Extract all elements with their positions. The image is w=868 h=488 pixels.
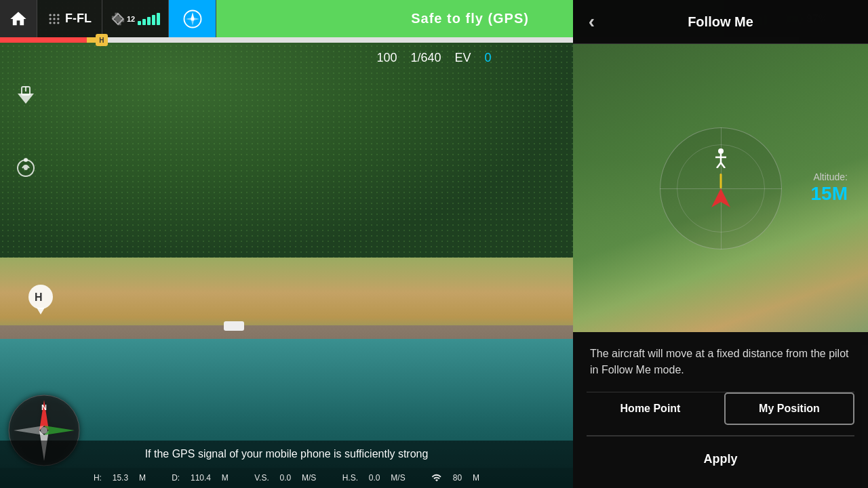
height-label: H: <box>94 473 102 483</box>
svg-point-2 <box>57 14 59 16</box>
home-progress-marker: H <box>96 34 108 46</box>
vs-value: 0.0 <box>280 473 292 483</box>
svg-point-35 <box>24 158 28 162</box>
altitude-info: Altitude: 15M <box>811 171 848 205</box>
app: F-FL 12 <box>0 0 868 488</box>
my-position-label: My Position <box>759 403 820 415</box>
svg-marker-52 <box>711 188 730 207</box>
radar-person-icon <box>714 148 728 172</box>
vs-label: V.S. <box>254 473 269 483</box>
back-button[interactable]: ‹ <box>573 0 610 44</box>
hs-value: 0.0 <box>369 473 380 483</box>
hs-label: H.S. <box>342 473 358 483</box>
svg-text:H: H <box>35 291 43 303</box>
map-home-marker[interactable]: H <box>28 285 53 317</box>
ev-value: 0 <box>485 51 492 65</box>
download-waypoint-icon <box>12 83 39 110</box>
subtitle-bar: If the GPS signal of your mobile phone i… <box>0 441 573 468</box>
waypoint-download-button[interactable] <box>10 81 41 112</box>
ev-label: EV <box>455 51 471 65</box>
description-text: The aircraft will move at a fixed distan… <box>590 348 849 375</box>
mode-label: F-FL <box>65 12 92 26</box>
distance-label: D: <box>172 473 180 483</box>
gps-signal-bars <box>138 13 160 25</box>
subtitle-text: If the GPS signal of your mobile phone i… <box>145 448 429 460</box>
signal-distance-value: 80 <box>453 473 462 483</box>
safe-to-fly-label: Safe to fly (GPS) <box>411 11 529 26</box>
home-point-label: Home Point <box>620 403 681 415</box>
panel-apply-section: Apply <box>573 436 868 488</box>
altitude-label: Altitude: <box>811 171 848 182</box>
camera-view <box>0 0 573 488</box>
shutter-value: 1/640 <box>410 51 441 65</box>
signal-bar-1 <box>138 21 141 25</box>
home-map-icon: H <box>28 285 53 314</box>
car-on-road <box>224 321 244 331</box>
svg-point-5 <box>57 18 59 20</box>
panel-title: Follow Me <box>610 14 868 30</box>
hs-unit: M/S <box>391 473 405 483</box>
signal-distance-unit: M <box>473 473 479 483</box>
svg-marker-39 <box>37 308 45 314</box>
grid-icon <box>47 12 61 26</box>
vs-unit: M/S <box>302 473 316 483</box>
orbit-icon <box>12 155 39 182</box>
radar-overlay <box>660 127 782 249</box>
camera-settings-overlay: 100 1/640 EV 0 <box>376 51 491 65</box>
height-value: 15.3 <box>113 473 128 483</box>
telemetry-bar: H: 15.3 M D: 110.4 M V.S. 0.0 M/S H.S. 0… <box>0 468 573 488</box>
apply-label: Apply <box>703 452 737 466</box>
north-line <box>719 174 722 188</box>
panel-header: ‹ Follow Me <box>573 0 868 44</box>
signal-bar-3 <box>147 17 151 25</box>
distance-unit: M <box>222 473 229 483</box>
gps-count: 12 <box>127 15 135 23</box>
svg-point-4 <box>53 18 55 20</box>
compass-icon <box>182 9 203 29</box>
panel-action-buttons: Home Point My Position <box>573 392 868 435</box>
svg-point-0 <box>50 14 52 16</box>
panel-description: The aircraft will move at a fixed distan… <box>573 332 868 392</box>
svg-point-8 <box>57 22 59 24</box>
distance-value: 110.4 <box>191 473 211 483</box>
svg-text:N: N <box>41 403 47 411</box>
apply-button[interactable]: Apply <box>587 436 854 471</box>
svg-point-45 <box>41 427 47 434</box>
svg-point-7 <box>53 22 55 24</box>
left-toolbar <box>10 81 41 183</box>
svg-point-6 <box>50 22 52 24</box>
mode-indicator: F-FL <box>37 0 102 37</box>
svg-point-47 <box>718 148 724 154</box>
back-icon: ‹ <box>589 11 595 33</box>
my-position-button[interactable]: My Position <box>724 392 854 425</box>
height-unit: M <box>139 473 146 483</box>
home-button[interactable] <box>0 0 37 37</box>
svg-point-36 <box>24 166 28 170</box>
gps-section: 12 <box>102 0 169 37</box>
signal-bar-4 <box>152 15 155 25</box>
satellite-icon <box>111 12 125 26</box>
home-point-button[interactable]: Home Point <box>587 392 714 425</box>
compass-button[interactable] <box>169 0 216 37</box>
svg-point-3 <box>50 18 52 20</box>
home-icon <box>9 9 28 28</box>
drone-direction-arrow <box>711 188 730 210</box>
svg-line-51 <box>721 163 725 168</box>
signal-bar-2 <box>142 19 146 25</box>
wifi-icon <box>431 472 442 483</box>
iso-value: 100 <box>376 51 397 65</box>
svg-line-50 <box>717 163 721 168</box>
svg-point-1 <box>53 14 55 16</box>
follow-me-panel: ‹ Follow Me <box>573 0 868 488</box>
panel-radar-view: Altitude: 15M <box>573 44 868 332</box>
orbit-mode-button[interactable] <box>10 152 41 183</box>
altitude-value: 15M <box>811 182 848 205</box>
signal-bar-5 <box>157 13 160 25</box>
